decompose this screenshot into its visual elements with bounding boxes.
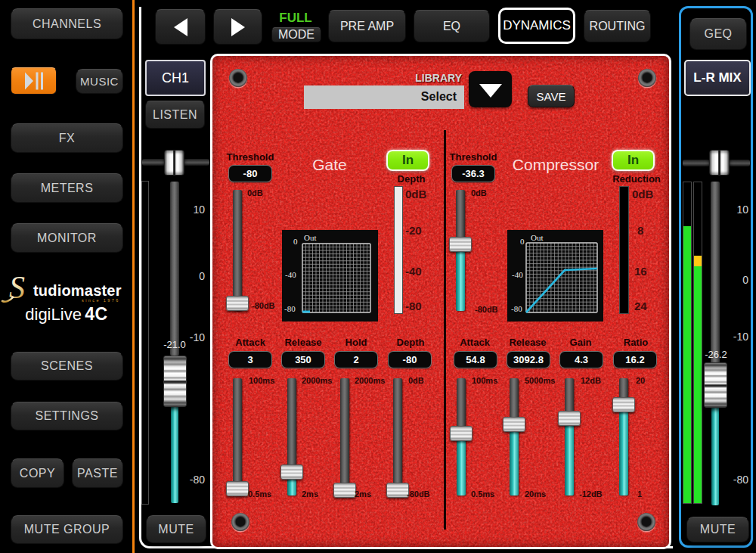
- svg-text:tudiomaster: tudiomaster: [33, 282, 122, 299]
- svg-text:-40: -40: [512, 270, 523, 279]
- svg-text:-80: -80: [511, 304, 522, 313]
- svg-text:-40: -40: [285, 270, 296, 279]
- svg-text:0: 0: [293, 237, 298, 246]
- svg-text:Out: Out: [304, 233, 317, 242]
- svg-text:-80: -80: [284, 304, 296, 313]
- svg-text:0: 0: [520, 237, 525, 246]
- svg-text:since 1976: since 1976: [82, 298, 120, 303]
- svg-text:Out: Out: [531, 233, 544, 242]
